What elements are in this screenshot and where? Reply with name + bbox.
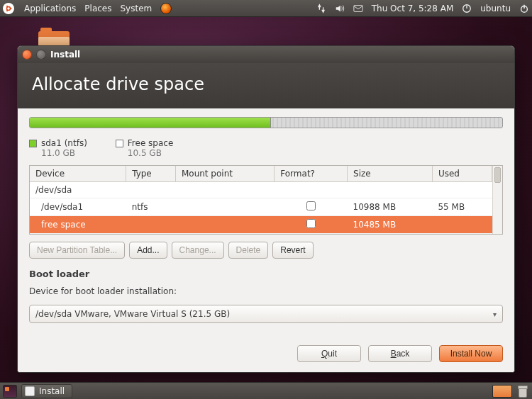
cell-device: /dev/sda1 [30,198,126,216]
mail-icon[interactable] [353,4,363,13]
revert-button[interactable]: Revert [272,242,313,259]
legend-item-free: Free space 10.5 GB [116,138,173,158]
legend-item-sda1: sda1 (ntfs) 11.0 GB [29,138,87,158]
cell-type [126,182,176,198]
col-size[interactable]: Size [348,166,433,182]
bootloader-label: Device for boot loader installation: [29,286,503,296]
quit-button[interactable]: Quit [297,345,361,362]
page-title: Allocate drive space [18,63,514,108]
legend-size: 10.5 GB [128,148,173,158]
legend-label: Free space [128,138,173,148]
col-type[interactable]: Type [126,166,176,182]
workspace-switcher[interactable] [492,385,512,398]
drive-usage-bar[interactable] [29,117,503,128]
change-partition-button[interactable]: Change... [172,242,224,259]
col-mount[interactable]: Mount point [175,166,274,182]
cell-device: /dev/sda [30,182,126,198]
col-used[interactable]: Used [432,166,492,182]
col-device[interactable]: Device [30,166,126,182]
cell-device: free space [30,216,126,234]
volume-icon[interactable] [335,4,345,13]
cell-format [275,182,348,198]
col-format[interactable]: Format? [275,166,348,182]
cell-used [432,182,492,198]
app-icon [25,386,35,396]
window-titlebar[interactable]: Install [18,46,514,63]
cell-used [432,216,492,234]
install-now-button[interactable]: Install Now [439,345,503,362]
legend-label: sda1 (ntfs) [41,138,87,148]
drive-segment-sda1[interactable] [30,118,271,128]
drive-legend: sda1 (ntfs) 11.0 GB Free space 10.5 GB [29,138,503,158]
system-tray: Thu Oct 7, 5:28 AM ubuntu [316,4,529,13]
user-menu[interactable]: ubuntu [480,4,511,13]
cell-used: 55 MB [432,198,492,216]
clock[interactable]: Thu Oct 7, 5:28 AM [372,4,454,13]
cell-type [126,216,176,234]
partition-actions: New Partition Table... Add... Change... … [29,242,503,259]
svg-point-3 [6,10,8,11]
partition-table[interactable]: Device Type Mount point Format? Size Use… [29,165,503,235]
table-row[interactable]: /dev/sda [30,182,492,198]
legend-swatch-icon [116,140,123,147]
table-row[interactable]: free space10485 MB [30,216,492,234]
ubuntu-logo-icon[interactable] [3,3,14,14]
shutdown-icon[interactable] [519,4,529,13]
window-title: Install [50,50,80,60]
cell-mount [175,182,274,198]
cell-format [275,198,348,216]
svg-point-0 [7,6,11,10]
bootloader-heading: Boot loader [29,269,503,279]
back-button[interactable]: Back [368,345,432,362]
cell-type: ntfs [126,198,176,216]
bottom-panel: Install [0,382,532,399]
window-close-button[interactable] [22,50,32,60]
svg-rect-4 [354,5,362,11]
cell-size: 10485 MB [348,216,433,234]
svg-point-1 [10,7,11,9]
cell-mount [175,216,274,234]
format-checkbox[interactable] [306,219,316,228]
menu-places[interactable]: Places [80,4,116,13]
firefox-icon[interactable] [160,3,172,14]
delete-partition-button[interactable]: Delete [228,242,269,259]
top-panel: Applications Places System Thu Oct 7, 5:… [0,0,532,17]
svg-point-2 [6,5,8,6]
cell-mount [175,198,274,216]
install-window: Install Allocate drive space sda1 (ntfs)… [17,45,515,373]
cell-size: 10988 MB [348,198,433,216]
format-checkbox[interactable] [306,201,316,210]
drive-segment-free[interactable] [271,118,502,128]
add-partition-button[interactable]: Add... [129,242,167,259]
network-icon[interactable] [316,4,326,13]
session-icon[interactable] [462,4,472,13]
cell-format [275,216,348,234]
table-header-row: Device Type Mount point Format? Size Use… [30,166,492,182]
menu-system[interactable]: System [116,4,156,13]
taskbar-item-label: Install [39,386,65,396]
new-partition-table-button[interactable]: New Partition Table... [29,242,125,259]
bootloader-device-value: /dev/sda VMware, VMware Virtual S (21.5 … [35,309,230,319]
wizard-footer: Quit Back Install Now [29,345,503,362]
bootloader-device-combo[interactable]: /dev/sda VMware, VMware Virtual S (21.5 … [29,305,503,323]
table-row[interactable]: /dev/sda1ntfs10988 MB55 MB [30,198,492,216]
table-scrollbar[interactable] [492,166,502,234]
chevron-down-icon: ▾ [493,310,497,318]
window-minimize-button[interactable] [36,50,46,60]
trash-icon[interactable] [516,385,529,398]
menu-applications[interactable]: Applications [20,4,80,13]
show-desktop-button[interactable] [3,385,17,398]
legend-swatch-icon [29,140,37,147]
taskbar-item-install[interactable]: Install [21,384,72,398]
cell-size [348,182,433,198]
legend-size: 11.0 GB [41,148,87,158]
